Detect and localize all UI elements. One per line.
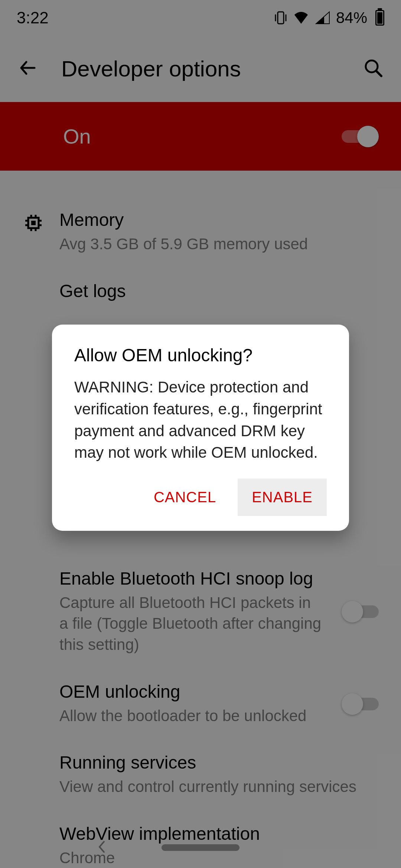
cancel-button[interactable]: CANCEL	[140, 479, 230, 516]
enable-button[interactable]: ENABLE	[238, 479, 327, 516]
dialog-title: Allow OEM unlocking?	[74, 345, 327, 365]
dialog-body: WARNING: Device protection and verificat…	[74, 377, 327, 464]
oem-unlock-dialog: Allow OEM unlocking? WARNING: Device pro…	[52, 325, 349, 531]
dialog-actions: CANCEL ENABLE	[74, 479, 327, 516]
